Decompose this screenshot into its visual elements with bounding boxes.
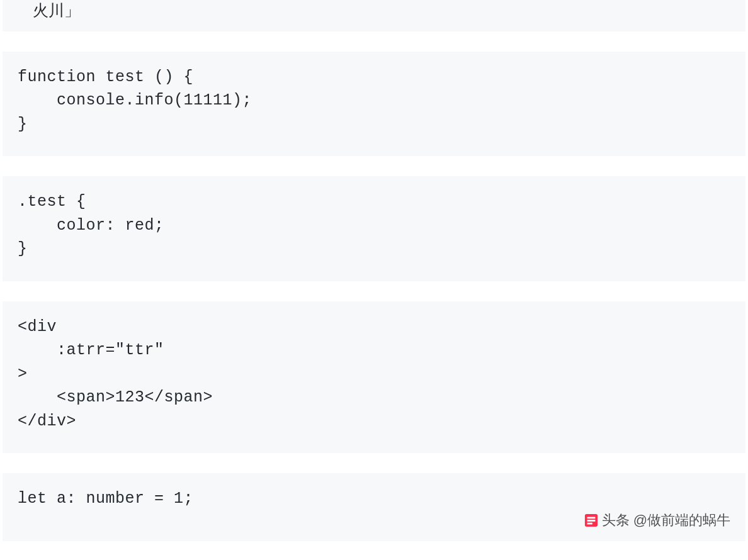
cutoff-fragment-top: 火川」 — [3, 0, 745, 31]
code-block-html: <div :atrr="ttr" > <span>123</span> </di… — [3, 301, 745, 454]
code-block-ts: let a: number = 1; — [3, 473, 745, 541]
code-block-css: .test { color: red; } — [3, 176, 745, 281]
code-block-js: function test () { console.info(11111); … — [3, 52, 745, 157]
page-root: 火川」 function test () { console.info(1111… — [0, 0, 748, 541]
